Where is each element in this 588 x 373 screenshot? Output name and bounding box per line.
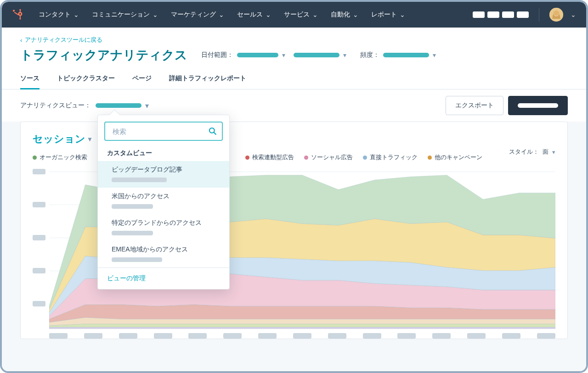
option-label: 米国からのアクセス — [112, 192, 215, 200]
chevron-down-icon: ▾ — [343, 51, 346, 59]
nav-label: コミュニケーション — [92, 11, 150, 19]
style-label: スタイル： — [509, 148, 539, 156]
legend-dot-icon — [304, 156, 308, 160]
chevron-down-icon: ⌄ — [266, 11, 271, 18]
x-tick-skeleton — [537, 333, 555, 339]
chevron-down-icon: ▾ — [552, 149, 555, 156]
nav-item-automation[interactable]: 自動化⌄ — [326, 11, 363, 19]
filter-value-skeleton — [294, 53, 339, 57]
x-axis — [49, 333, 555, 339]
x-tick-skeleton — [293, 333, 311, 339]
chart-style-dropdown[interactable]: スタイル： 面 ▾ — [509, 148, 555, 156]
filter-value-skeleton — [237, 53, 278, 57]
filter-value-skeleton — [96, 103, 141, 108]
nav-item-sales[interactable]: セールス⌄ — [232, 11, 276, 19]
option-sub-skeleton — [112, 204, 153, 209]
option-sub-skeleton — [112, 257, 162, 262]
nav-label: マーケティング — [171, 11, 216, 19]
nav-util-icon[interactable] — [502, 11, 514, 18]
filter-label: 頻度： — [360, 51, 379, 59]
option-label: EMEA地域からのアクセス — [112, 245, 215, 254]
tab-pages[interactable]: ページ — [132, 74, 152, 89]
filter-label: 日付範囲： — [201, 51, 233, 59]
view-option[interactable]: 特定のブランドからのアクセス — [98, 214, 229, 241]
legend-item[interactable]: ソーシャル広告 — [304, 153, 353, 161]
legend-dot-icon — [363, 156, 367, 160]
top-nav: コンタクト⌄ コミュニケーション⌄ マーケティング⌄ セールス⌄ サービス⌄ 自… — [2, 2, 586, 28]
view-option[interactable]: 米国からのアクセス — [98, 188, 229, 214]
nav-item-contacts[interactable]: コンタクト⌄ — [34, 11, 84, 19]
x-tick-skeleton — [119, 333, 137, 339]
chevron-down-icon: ⌄ — [312, 11, 318, 18]
x-tick-skeleton — [223, 333, 242, 339]
search-input[interactable] — [112, 127, 208, 136]
x-tick-skeleton — [328, 333, 346, 339]
nav-util-icon[interactable] — [473, 11, 485, 18]
hubspot-logo-icon[interactable] — [12, 9, 24, 21]
back-link[interactable]: ‹ アナリティクスツールに戻る — [20, 36, 568, 44]
nav-label: 自動化 — [331, 11, 350, 19]
frequency-filter[interactable]: 頻度： ▾ — [360, 51, 436, 59]
nav-item-service[interactable]: サービス⌄ — [279, 11, 322, 19]
legend-item[interactable]: オーガニック検索 — [33, 153, 87, 161]
chevron-down-icon: ⌄ — [219, 11, 224, 18]
subheader: ‹ アナリティクスツールに戻る トラフィックアナリティクス 日付範囲： ▾ ▾ … — [2, 28, 586, 63]
chevron-down-icon: ▾ — [145, 101, 149, 110]
primary-action-button[interactable] — [508, 96, 568, 115]
nav-item-reports[interactable]: レポート⌄ — [367, 11, 410, 19]
nav-label: セールス — [237, 11, 263, 19]
tab-topic-clusters[interactable]: トピッククラスター — [57, 74, 115, 89]
view-option[interactable]: EMEA地域からのアクセス — [98, 241, 229, 267]
analytics-view-popover: カスタムビュー ビッグデータブログ記事 米国からのアクセス 特定のブランドからの… — [97, 115, 230, 289]
search-input-wrapper — [104, 122, 223, 141]
tab-advanced-traffic[interactable]: 詳細トラフィックレポート — [169, 74, 246, 89]
legend-label: 検索連動型広告 — [252, 153, 294, 161]
x-tick-skeleton — [467, 333, 486, 339]
avatar[interactable] — [549, 8, 563, 22]
x-tick-skeleton — [49, 333, 68, 339]
toolbar: アナリティクスビュー： ▾ エクスポート — [2, 89, 586, 122]
date-range-filter[interactable]: 日付範囲： ▾ ▾ — [201, 51, 346, 59]
nav-item-marketing[interactable]: マーケティング⌄ — [166, 11, 229, 19]
x-tick-skeleton — [84, 333, 102, 339]
x-tick-skeleton — [154, 333, 172, 339]
legend-label: ソーシャル広告 — [311, 153, 353, 161]
chevron-down-icon[interactable]: ⌄ — [571, 11, 576, 18]
view-option[interactable]: ビッグデータブログ記事 — [98, 161, 229, 188]
chevron-left-icon: ‹ — [20, 37, 22, 44]
legend-item[interactable]: 直接トラフィック — [363, 153, 418, 161]
legend-dot-icon — [33, 156, 37, 160]
chevron-down-icon: ▾ — [88, 135, 91, 143]
export-button[interactable]: エクスポート — [446, 96, 503, 115]
chevron-down-icon: ▾ — [282, 51, 285, 59]
style-value: 面 — [543, 148, 548, 156]
chart-title-label: セッション — [33, 132, 85, 146]
option-sub-skeleton — [112, 178, 167, 182]
nav-item-communication[interactable]: コミュニケーション⌄ — [87, 11, 163, 19]
nav-util-icon[interactable] — [517, 11, 529, 18]
chevron-down-icon: ▾ — [433, 51, 436, 59]
analytics-view-dropdown[interactable]: ▾ — [96, 101, 149, 110]
chevron-down-icon: ⌄ — [353, 11, 358, 18]
svg-point-5 — [19, 18, 21, 19]
legend-label: オーガニック検索 — [40, 153, 87, 161]
manage-views-link[interactable]: ビューの管理 — [98, 267, 229, 289]
legend-dot-icon — [245, 156, 249, 160]
filter-value-skeleton — [383, 53, 429, 57]
page-title: トラフィックアナリティクス — [20, 47, 187, 63]
option-label: 特定のブランドからのアクセス — [112, 219, 215, 227]
nav-util-icon[interactable] — [487, 11, 499, 18]
chevron-down-icon: ⌄ — [74, 11, 79, 18]
legend-item[interactable]: 検索連動型広告 — [245, 153, 294, 161]
svg-line-12 — [214, 133, 216, 135]
nav-util-icons — [473, 11, 529, 18]
nav-label: レポート — [371, 11, 397, 19]
y-tick-skeleton — [33, 268, 45, 273]
search-icon — [208, 127, 217, 136]
svg-point-11 — [209, 128, 215, 133]
chevron-down-icon: ⌄ — [153, 11, 158, 18]
svg-point-8 — [13, 10, 15, 11]
y-tick-skeleton — [33, 301, 45, 306]
tab-sources[interactable]: ソース — [20, 74, 40, 89]
legend-item[interactable]: 他のキャンペーン — [428, 153, 482, 161]
